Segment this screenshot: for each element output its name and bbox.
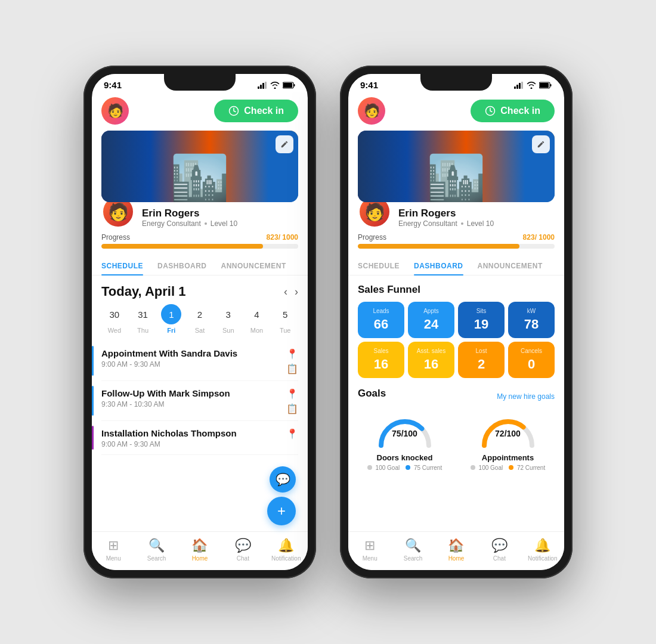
nav-notification-2[interactable]: 🔔 Notification xyxy=(528,538,558,562)
nav-arrows-1: ‹ › xyxy=(284,286,298,298)
cal-label-thu: Thu xyxy=(137,327,148,334)
gauge-value-doors: 75/100 xyxy=(392,429,417,438)
banner-1 xyxy=(101,131,298,202)
cal-day-3[interactable]: 3 Sun xyxy=(215,304,242,334)
appointment-3[interactable]: Installation Nicholas Thompson 9:00 AM -… xyxy=(101,421,298,455)
cal-num-4: 4 xyxy=(246,304,267,324)
funnel-card-lost[interactable]: Lost 2 xyxy=(458,342,505,378)
dot-sep-2 xyxy=(461,222,463,225)
svg-rect-9 xyxy=(516,85,518,89)
nav-search-2[interactable]: 🔍 Search xyxy=(398,538,428,562)
appt-title-3: Installation Nicholas Thompson xyxy=(101,428,237,438)
goal-legend-goal-doors: 100 Goal xyxy=(367,465,400,471)
nav-search-1[interactable]: 🔍 Search xyxy=(142,538,172,562)
cal-label-sun: Sun xyxy=(222,327,234,334)
add-fab-1[interactable]: + xyxy=(267,497,296,525)
legend-dot-gray-appts xyxy=(471,465,475,470)
tab-announcement-1[interactable]: ANNOUNCEMENT xyxy=(221,256,286,275)
appt-icons-1: 📍 📋 xyxy=(286,348,298,374)
sales-funnel-section: Sales Funnel Leads 66 Appts 24 Sits 19 xyxy=(348,275,564,383)
appt-title-2: Follow-Up With Mark Simpson xyxy=(101,388,230,398)
goal-legend-current-doors: 75 Current xyxy=(406,465,442,471)
notification-icon-1: 🔔 xyxy=(278,538,294,553)
nav-chat-label-2: Chat xyxy=(493,555,506,562)
schedule-title-1: Today, April 1 xyxy=(101,284,185,299)
cal-num-30: 30 xyxy=(104,304,125,324)
tab-schedule-2[interactable]: SCHEDULE xyxy=(358,256,400,275)
signal-icon-2 xyxy=(514,82,524,89)
progress-bar-fill-2 xyxy=(358,244,519,249)
tab-dashboard-1[interactable]: DASHBOARD xyxy=(157,256,207,275)
goals-link[interactable]: My new hire goals xyxy=(497,392,555,401)
goal-name-appts: Appointments xyxy=(482,453,534,462)
nav-menu-2[interactable]: ⊞ Menu xyxy=(355,538,385,562)
goal-legend-current-appts: 72 Current xyxy=(509,465,545,471)
battery-icon-1 xyxy=(283,82,296,89)
svg-rect-1 xyxy=(260,85,262,89)
battery-icon-2 xyxy=(539,82,552,89)
nav-chat-1[interactable]: 💬 Chat xyxy=(228,538,258,562)
prev-arrow-1[interactable]: ‹ xyxy=(284,286,287,298)
nav-home-2[interactable]: 🏠 Home xyxy=(441,538,471,562)
chat-fab-1[interactable]: 💬 xyxy=(270,466,296,493)
edit-banner-button-1[interactable] xyxy=(276,135,293,153)
appt-time-1: 9:00 AM - 9:30 AM xyxy=(101,360,237,369)
svg-rect-6 xyxy=(294,84,295,86)
profile-row-1: 🧑 Erin Rogers Energy Consultant Level 10 xyxy=(92,207,308,228)
tab-dashboard-2[interactable]: DASHBOARD xyxy=(414,256,463,275)
next-arrow-1[interactable]: › xyxy=(295,286,298,298)
cal-day-5[interactable]: 5 Tue xyxy=(272,304,298,334)
cal-label-mon: Mon xyxy=(250,327,263,334)
gauge-appts: 72/100 xyxy=(478,413,538,448)
funnel-grid: Leads 66 Appts 24 Sits 19 kW xyxy=(358,302,555,378)
location-icon-1: 📍 xyxy=(286,348,298,360)
phone-1-screen: 9:41 🧑 Check in xyxy=(92,74,308,570)
checkin-label-2: Check in xyxy=(500,106,540,116)
nav-menu-label-1: Menu xyxy=(106,555,121,562)
tab-schedule-1[interactable]: SCHEDULE xyxy=(101,256,143,275)
nav-search-label-2: Search xyxy=(404,555,423,562)
edit-icon-2 xyxy=(537,140,545,148)
tab-announcement-2[interactable]: ANNOUNCEMENT xyxy=(478,256,543,275)
goal-card-doors: 75/100 Doors knocked 100 Goal 7 xyxy=(358,413,451,471)
nav-chat-2[interactable]: 💬 Chat xyxy=(484,538,514,562)
funnel-card-kw[interactable]: kW 78 xyxy=(508,302,555,338)
goal-legend-doors: 100 Goal 75 Current xyxy=(367,465,442,471)
funnel-card-sales[interactable]: Sales 16 xyxy=(358,342,404,378)
checkin-button-2[interactable]: Check in xyxy=(471,100,555,122)
profile-row-2: 🧑 Erin Rogers Energy Consultant Level 10 xyxy=(348,207,564,228)
profile-meta-2: Energy Consultant Level 10 xyxy=(398,219,494,228)
profile-title-2: Energy Consultant xyxy=(398,219,457,228)
cal-day-31[interactable]: 31 Thu xyxy=(130,304,156,334)
gauge-doors: 75/100 xyxy=(375,413,435,448)
funnel-card-appts[interactable]: Appts 24 xyxy=(408,302,454,338)
funnel-card-asst-sales[interactable]: Asst. sales 16 xyxy=(408,342,454,378)
cal-day-30[interactable]: 30 Wed xyxy=(101,304,128,334)
nav-notification-1[interactable]: 🔔 Notification xyxy=(271,538,301,562)
funnel-card-leads[interactable]: Leads 66 xyxy=(358,302,404,338)
progress-section-2: Progress 823/ 1000 xyxy=(348,228,564,256)
svg-rect-11 xyxy=(521,82,523,89)
checkin-button-1[interactable]: Check in xyxy=(214,100,298,122)
nav-home-1[interactable]: 🏠 Home xyxy=(185,538,215,562)
funnel-value-sits: 19 xyxy=(474,317,488,332)
appointment-2[interactable]: Follow-Up With Mark Simpson 9:30 AM - 10… xyxy=(101,381,298,421)
profile-level-2: Level 10 xyxy=(467,219,494,228)
cal-day-1[interactable]: 1 Fri xyxy=(158,304,184,334)
nav-notification-label-2: Notification xyxy=(528,555,557,562)
progress-bar-bg-1 xyxy=(101,244,298,249)
appointment-1[interactable]: Appointment With Sandra Davis 9:00 AM - … xyxy=(101,341,298,381)
appt-info-1: Appointment With Sandra Davis 9:00 AM - … xyxy=(101,348,237,369)
phone-2: 9:41 🧑 Check in xyxy=(340,66,573,578)
cal-day-4[interactable]: 4 Mon xyxy=(244,304,270,334)
funnel-card-sits[interactable]: Sits 19 xyxy=(458,302,505,338)
cal-num-3: 3 xyxy=(218,304,239,324)
status-time-2: 9:41 xyxy=(360,80,378,90)
nav-menu-1[interactable]: ⊞ Menu xyxy=(98,538,128,562)
edit-banner-button-2[interactable] xyxy=(532,135,550,153)
cal-day-2[interactable]: 2 Sat xyxy=(187,304,213,334)
phone-2-content: 🧑 Check in 🧑 Erin Rogers xyxy=(348,92,564,531)
tabs-1: SCHEDULE DASHBOARD ANNOUNCEMENT xyxy=(92,256,308,275)
signal-icon-1 xyxy=(258,82,267,89)
funnel-card-cancels[interactable]: Cancels 0 xyxy=(508,342,555,378)
